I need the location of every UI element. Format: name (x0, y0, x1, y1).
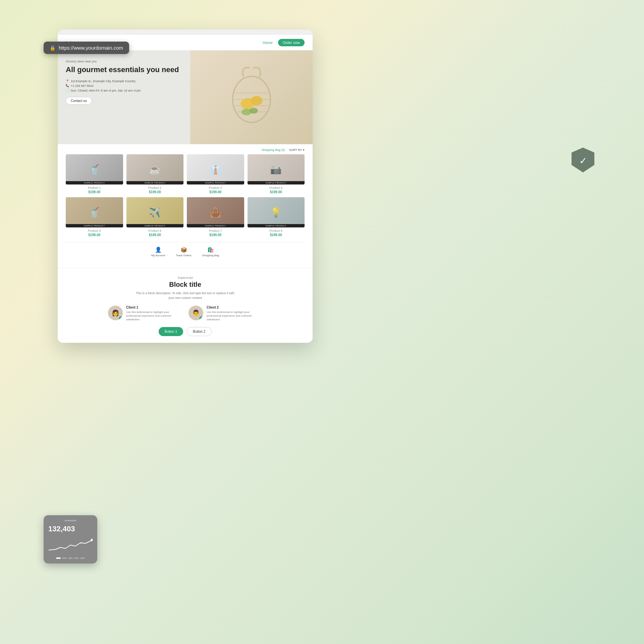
product-badge: SAMPLE PRODUCT (187, 224, 244, 227)
testimonial-2: 👨 " Client 2 Use this testimonial to hig… (189, 306, 262, 322)
product-name: Product 6 (126, 229, 184, 232)
product-badge: SAMPLE PRODUCT (187, 181, 244, 184)
product-card[interactable]: 👔 SAMPLE PRODUCT Product 3 $199.00 (187, 154, 244, 194)
product-price: $199.00 (248, 190, 305, 194)
order-now-button[interactable]: Order now (278, 39, 305, 46)
product-price: $199.00 (66, 190, 123, 194)
shield-badge: ✓ (572, 148, 594, 172)
hero-info: 1st Example st., Example City, Example C… (66, 79, 197, 92)
hero-image (190, 50, 313, 144)
cta-button-2[interactable]: Button 2 (186, 327, 212, 336)
client-2-avatar: 👨 " (189, 306, 203, 320)
product-name: Product 7 (187, 229, 244, 232)
svg-point-7 (251, 96, 262, 105)
shopping-bag-icon: 🛍️ (207, 247, 214, 253)
product-card[interactable]: 📷 SAMPLE PRODUCT Product 4 $199.00 (248, 154, 305, 194)
testimonial-2-content: Client 2 Use this testimonial to highlig… (207, 306, 262, 322)
product-price: $199.00 (66, 233, 123, 237)
testimonials: 👩 " Client 1 Use this testimonial to hig… (66, 306, 305, 322)
products-section: Shopping Bag (0) SORT BY ▾ 🥤 SAMPLE PROD… (58, 144, 313, 268)
shopping-bag-link[interactable]: Shopping Bag (0) (261, 148, 285, 152)
product-image: 📷 SAMPLE PRODUCT (248, 154, 305, 184)
block-superscript: Superscript (66, 276, 305, 279)
product-image: 🥤 SAMPLE PRODUCT (66, 154, 123, 184)
stats-dot (56, 557, 61, 559)
product-card[interactable]: ☕ SAMPLE PRODUCT Product 2 $199.00 (126, 154, 184, 194)
stats-dot (74, 557, 79, 559)
svg-point-0 (91, 539, 93, 541)
products-grid: 🥤 SAMPLE PRODUCT Product 1 $199.00 ☕ SAM… (66, 154, 305, 237)
product-price: $199.00 (126, 233, 184, 237)
lock-icon: 🔒 (50, 45, 55, 51)
hero-section: Grocery store near you All gourmet essen… (58, 50, 313, 144)
bag-visual (190, 50, 313, 144)
product-name: Product 5 (66, 229, 123, 232)
client-2-name: Client 2 (207, 306, 262, 309)
product-name: Product 2 (126, 186, 184, 190)
stats-dot (62, 557, 67, 559)
product-image: ☕ SAMPLE PRODUCT (126, 154, 184, 184)
my-account-nav[interactable]: 👤 My Account (151, 247, 165, 257)
product-icon: ☕ (149, 164, 161, 175)
stats-card: 132,403 (44, 515, 97, 564)
nav-home-link[interactable]: Home (263, 41, 272, 45)
my-account-label: My Account (151, 254, 165, 257)
hero-title: All gourmet essentials you need (66, 65, 197, 75)
product-price: $199.00 (187, 233, 244, 237)
hero-tag: Grocery store near you (66, 60, 197, 63)
svg-point-9 (249, 108, 258, 114)
block-title: Block title (66, 281, 305, 288)
testimonial-1: 👩 " Client 1 Use this testimonial to hig… (108, 306, 182, 322)
product-name: Product 1 (66, 186, 123, 190)
product-icon: ✈️ (149, 207, 161, 218)
shopping-bag-label: Shopping Bag (202, 254, 219, 257)
hero-content: Grocery store near you All gourmet essen… (66, 60, 197, 105)
track-orders-label: Track Orders (176, 254, 191, 257)
product-icon: 👜 (210, 207, 221, 218)
testimonial-1-content: Client 1 Use this testimonial to highlig… (126, 306, 182, 322)
product-price: $199.00 (187, 190, 244, 194)
product-icon: 🥤 (89, 164, 100, 175)
product-image: 👜 SAMPLE PRODUCT (187, 197, 244, 227)
url-bar[interactable]: 🔒 https://www.yourdomain.com (44, 42, 129, 54)
product-badge: SAMPLE PRODUCT (66, 224, 123, 227)
product-name: Product 8 (248, 229, 305, 232)
store-site: Irvine Home Order now Grocery store near… (58, 35, 313, 343)
product-badge: SAMPLE PRODUCT (66, 181, 123, 184)
hero-phone: +1 234 567 8910 (66, 84, 197, 88)
shopping-bag-nav[interactable]: 🛍️ Shopping Bag (202, 247, 219, 257)
stats-handle (64, 520, 76, 521)
product-card[interactable]: 👜 SAMPLE PRODUCT Product 7 $199.00 (187, 197, 244, 237)
track-orders-icon: 📦 (180, 247, 187, 253)
products-header: Shopping Bag (0) SORT BY ▾ (66, 148, 305, 152)
my-account-icon: 👤 (155, 247, 162, 253)
product-name: Product 3 (187, 186, 244, 190)
grocery-bag-illustration (225, 64, 278, 131)
product-badge: SAMPLE PRODUCT (126, 224, 184, 227)
product-price: $199.00 (248, 233, 305, 237)
cta-buttons: Button 1 Button 2 (66, 327, 305, 336)
quote-badge-1: " (119, 316, 123, 320)
stats-chart (48, 537, 93, 553)
bottom-nav: 👤 My Account 📦 Track Orders 🛍️ Shopping … (66, 242, 305, 261)
client-2-text: Use this testimonial to highlight your p… (207, 310, 262, 322)
sort-by-control[interactable]: SORT BY ▾ (289, 148, 305, 152)
product-icon: 📷 (270, 164, 282, 175)
product-icon: 👔 (210, 164, 221, 175)
stats-number: 132,403 (48, 525, 93, 533)
track-orders-nav[interactable]: 📦 Track Orders (176, 247, 191, 257)
cta-button-1[interactable]: Button 1 (159, 327, 183, 336)
client-1-text: Use this testimonial to highlight your p… (126, 310, 182, 322)
hero-address: 1st Example st., Example City, Example C… (66, 79, 197, 83)
product-card[interactable]: 🥤 SAMPLE PRODUCT Product 5 $199.00 (66, 197, 123, 237)
product-badge: SAMPLE PRODUCT (126, 181, 184, 184)
client-1-avatar: 👩 " (108, 306, 123, 320)
product-icon: 🥤 (89, 207, 100, 218)
product-card[interactable]: 💡 SAMPLE PRODUCT Product 8 $199.00 (248, 197, 305, 237)
product-card[interactable]: ✈️ SAMPLE PRODUCT Product 6 $199.00 (126, 197, 184, 237)
product-badge: SAMPLE PRODUCT (248, 181, 305, 184)
contact-us-button[interactable]: Contact us (66, 97, 92, 105)
product-card[interactable]: 🥤 SAMPLE PRODUCT Product 1 $199.00 (66, 154, 123, 194)
block-section: Superscript Block title This is a block … (58, 268, 313, 343)
client-1-name: Client 1 (126, 306, 182, 309)
